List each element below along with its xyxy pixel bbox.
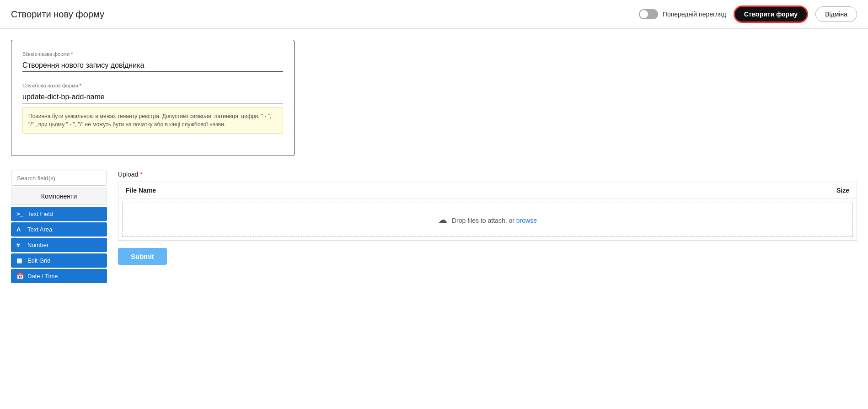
page-title: Створити нову форму <box>11 9 104 20</box>
component-item-number[interactable]: # Number <box>11 238 107 252</box>
component-item-textarea[interactable]: A Text Area <box>11 222 107 237</box>
right-panel: Upload * File Name Size ☁ Drop fil <box>118 171 857 285</box>
col-filename: File Name <box>118 182 576 199</box>
submit-button[interactable]: Submit <box>118 248 167 265</box>
form-card: Бізнес-назва форми * Службова назва форм… <box>11 40 295 156</box>
bottom-section: Компоненти >_ Text Field A Text Area # N… <box>11 171 857 285</box>
service-name-label: Службова назва форми * <box>22 83 283 88</box>
col-size: Size <box>576 182 857 199</box>
drop-area[interactable]: ☁ Drop files to attach, or browse <box>122 203 853 237</box>
component-item-datetime[interactable]: 📅 Date / Time <box>11 269 107 283</box>
header-right: Попередній перегляд Створити форму Відмі… <box>639 5 857 23</box>
preview-toggle-wrapper: Попередній перегляд <box>639 9 726 19</box>
component-item-editgrid[interactable]: ▦ Edit Grid <box>11 253 107 268</box>
upload-cloud-icon: ☁ <box>438 215 447 225</box>
preview-toggle[interactable] <box>639 9 658 19</box>
components-header: Компоненти <box>11 188 107 205</box>
business-name-label: Бізнес-назва форми * <box>22 51 283 57</box>
create-form-button[interactable]: Створити форму <box>734 5 808 23</box>
textfield-icon: >_ <box>16 210 24 217</box>
service-name-group: Службова назва форми * Повинна бути унік… <box>22 83 283 134</box>
main-content: Бізнес-назва форми * Службова назва форм… <box>0 29 868 296</box>
component-item-textfield[interactable]: >_ Text Field <box>11 207 107 221</box>
textfield-label: Text Field <box>27 210 53 217</box>
left-panel: Компоненти >_ Text Field A Text Area # N… <box>11 171 107 285</box>
business-name-group: Бізнес-назва форми * <box>22 51 283 72</box>
cancel-button[interactable]: Відміна <box>815 6 857 22</box>
browse-link[interactable]: browse <box>516 217 537 224</box>
textarea-icon: A <box>16 226 24 233</box>
service-name-hint: Повинна бути унікальною в межах тенанту … <box>22 107 283 134</box>
textarea-label: Text Area <box>27 226 52 233</box>
number-label: Number <box>27 242 48 248</box>
drop-text: Drop files to attach, or <box>452 217 514 224</box>
service-name-input[interactable] <box>22 91 283 103</box>
datetime-label: Date / Time <box>27 273 58 280</box>
header: Створити нову форму Попередній перегляд … <box>0 0 868 29</box>
editgrid-label: Edit Grid <box>27 257 51 264</box>
upload-label: Upload * <box>118 171 857 178</box>
editgrid-icon: ▦ <box>16 257 24 264</box>
number-icon: # <box>16 242 24 248</box>
business-name-input[interactable] <box>22 59 283 72</box>
drop-area-row: ☁ Drop files to attach, or browse <box>118 199 857 241</box>
preview-label: Попередній перегляд <box>663 11 726 18</box>
search-input[interactable] <box>11 171 107 186</box>
datetime-icon: 📅 <box>16 273 24 280</box>
upload-table: File Name Size ☁ Drop files to attach, o… <box>118 182 857 241</box>
